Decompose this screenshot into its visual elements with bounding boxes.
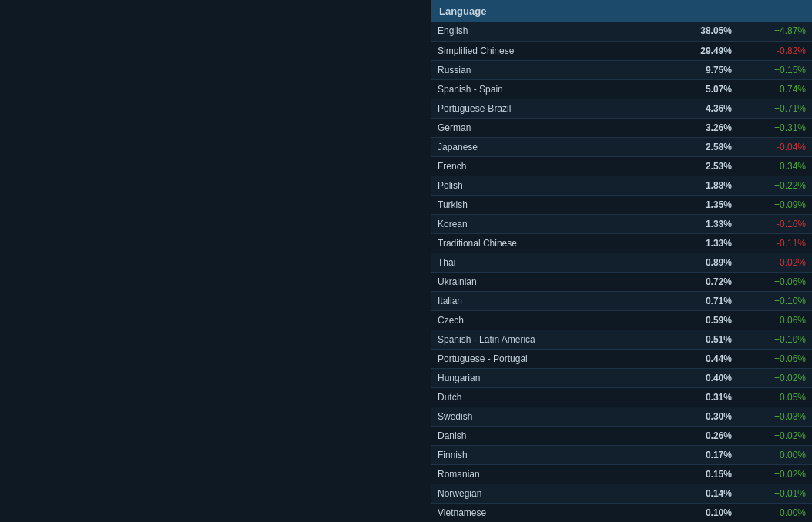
table-row: Japanese2.58%-0.04% xyxy=(431,137,812,156)
language-percent: 0.59% xyxy=(664,310,738,330)
language-change: +0.02% xyxy=(738,426,812,445)
language-change: +0.03% xyxy=(738,407,812,426)
language-change: +0.02% xyxy=(738,464,812,484)
table-row: German3.26%+0.31% xyxy=(431,118,812,137)
language-name: Danish xyxy=(431,426,664,445)
language-change: +0.05% xyxy=(738,387,812,407)
language-percent: 2.58% xyxy=(664,137,738,156)
language-name: Japanese xyxy=(431,137,664,156)
table-row: Spanish - Latin America0.51%+0.10% xyxy=(431,330,812,349)
table-row: Traditional Chinese1.33%-0.11% xyxy=(431,233,812,253)
table-row: Finnish0.17%0.00% xyxy=(431,445,812,464)
language-name: Portuguese - Portugal xyxy=(431,349,664,368)
language-percent: 0.10% xyxy=(664,503,738,522)
language-change: -0.16% xyxy=(738,214,812,233)
language-change: +0.10% xyxy=(738,330,812,349)
language-change: +0.74% xyxy=(738,79,812,99)
table-row: Romanian0.15%+0.02% xyxy=(431,464,812,484)
language-table: English38.05%+4.87%Simplified Chinese29.… xyxy=(431,22,812,522)
language-change: -0.11% xyxy=(738,233,812,253)
table-row: Italian0.71%+0.10% xyxy=(431,291,812,310)
table-row: Hungarian0.40%+0.02% xyxy=(431,368,812,387)
language-percent: 3.26% xyxy=(664,118,738,137)
language-percent: 0.51% xyxy=(664,330,738,349)
language-change: +4.87% xyxy=(738,22,812,41)
language-name: Spanish - Latin America xyxy=(431,330,664,349)
language-name: Traditional Chinese xyxy=(431,233,664,253)
language-name: Polish xyxy=(431,176,664,195)
language-percent: 1.33% xyxy=(664,233,738,253)
language-change: +0.02% xyxy=(738,368,812,387)
language-change: +0.15% xyxy=(738,60,812,79)
language-percent: 0.31% xyxy=(664,387,738,407)
table-row: Polish1.88%+0.22% xyxy=(431,176,812,195)
right-panel: Language English38.05%+4.87%Simplified C… xyxy=(431,0,812,522)
language-name: Turkish xyxy=(431,195,664,214)
language-percent: 0.14% xyxy=(664,484,738,503)
language-change: +0.34% xyxy=(738,156,812,176)
language-change: +0.06% xyxy=(738,272,812,291)
language-percent: 1.33% xyxy=(664,214,738,233)
language-percent: 0.30% xyxy=(664,407,738,426)
language-name: Vietnamese xyxy=(431,503,664,522)
language-percent: 0.71% xyxy=(664,291,738,310)
language-name: Norwegian xyxy=(431,484,664,503)
language-percent: 0.44% xyxy=(664,349,738,368)
language-name: Simplified Chinese xyxy=(431,41,664,60)
language-name: Russian xyxy=(431,60,664,79)
table-row: French2.53%+0.34% xyxy=(431,156,812,176)
language-name: Spanish - Spain xyxy=(431,79,664,99)
table-row: Korean1.33%-0.16% xyxy=(431,214,812,233)
language-name: German xyxy=(431,118,664,137)
language-percent: 1.88% xyxy=(664,176,738,195)
language-percent: 0.40% xyxy=(664,368,738,387)
language-name: Portuguese-Brazil xyxy=(431,99,664,118)
table-row: Norwegian0.14%+0.01% xyxy=(431,484,812,503)
language-change: -0.04% xyxy=(738,137,812,156)
table-row: Spanish - Spain5.07%+0.74% xyxy=(431,79,812,99)
language-percent: 5.07% xyxy=(664,79,738,99)
language-name: Dutch xyxy=(431,387,664,407)
table-row: Ukrainian0.72%+0.06% xyxy=(431,272,812,291)
language-percent: 0.15% xyxy=(664,464,738,484)
language-change: +0.01% xyxy=(738,484,812,503)
language-percent: 4.36% xyxy=(664,99,738,118)
language-change: +0.09% xyxy=(738,195,812,214)
language-change: 0.00% xyxy=(738,503,812,522)
table-row: Dutch0.31%+0.05% xyxy=(431,387,812,407)
table-row: Simplified Chinese29.49%-0.82% xyxy=(431,41,812,60)
language-percent: 0.17% xyxy=(664,445,738,464)
language-name: Finnish xyxy=(431,445,664,464)
language-change: +0.06% xyxy=(738,349,812,368)
language-percent: 9.75% xyxy=(664,60,738,79)
language-change: 0.00% xyxy=(738,445,812,464)
page-container: Language English38.05%+4.87%Simplified C… xyxy=(0,0,812,522)
table-row: Turkish1.35%+0.09% xyxy=(431,195,812,214)
language-percent: 2.53% xyxy=(664,156,738,176)
language-name: Italian xyxy=(431,291,664,310)
language-percent: 29.49% xyxy=(664,41,738,60)
language-name: English xyxy=(431,22,664,41)
language-percent: 0.89% xyxy=(664,253,738,272)
language-name: Thai xyxy=(431,253,664,272)
table-row: Danish0.26%+0.02% xyxy=(431,426,812,445)
language-name: Ukrainian xyxy=(431,272,664,291)
language-name: Romanian xyxy=(431,464,664,484)
language-change: -0.82% xyxy=(738,41,812,60)
section-header: Language xyxy=(431,0,812,22)
language-name: Swedish xyxy=(431,407,664,426)
table-row: Portuguese - Portugal0.44%+0.06% xyxy=(431,349,812,368)
language-change: +0.71% xyxy=(738,99,812,118)
language-name: Czech xyxy=(431,310,664,330)
table-row: English38.05%+4.87% xyxy=(431,22,812,41)
language-name: Korean xyxy=(431,214,664,233)
table-row: Vietnamese0.10%0.00% xyxy=(431,503,812,522)
language-percent: 0.72% xyxy=(664,272,738,291)
table-row: Czech0.59%+0.06% xyxy=(431,310,812,330)
language-name: Hungarian xyxy=(431,368,664,387)
language-name: French xyxy=(431,156,664,176)
language-change: +0.10% xyxy=(738,291,812,310)
language-change: +0.06% xyxy=(738,310,812,330)
language-change: -0.02% xyxy=(738,253,812,272)
language-percent: 1.35% xyxy=(664,195,738,214)
